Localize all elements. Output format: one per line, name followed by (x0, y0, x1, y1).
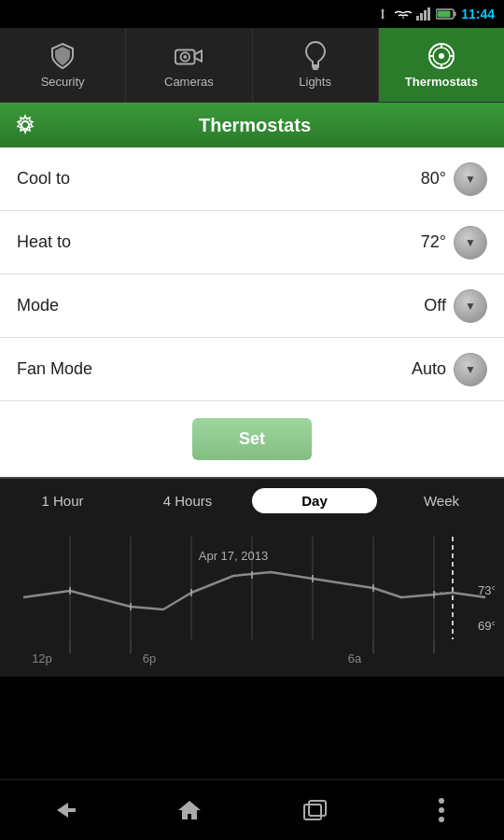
cool-to-row: Cool to 80° (0, 147, 504, 211)
heat-to-row: Heat to 72° (0, 211, 504, 274)
thermostat-icon (427, 42, 455, 70)
gear-icon (14, 114, 36, 136)
svg-point-20 (21, 121, 29, 129)
wifi-icon (395, 7, 412, 21)
temperature-chart: Apr 17, 2013 12p 6p 6a 73° 69° (9, 527, 495, 672)
set-button-wrapper: Set (0, 401, 504, 477)
tab-cameras-label: Cameras (164, 75, 214, 89)
chart-container: 1 Hour 4 Hours Day Week (0, 477, 504, 677)
svg-point-15 (439, 53, 444, 59)
time-period-tabs: 1 Hour 4 Hours Day Week (0, 479, 504, 523)
fan-mode-dropdown[interactable] (454, 353, 487, 386)
svg-rect-49 (309, 801, 326, 816)
svg-text:Apr 17, 2013: Apr 17, 2013 (199, 549, 268, 563)
tab-thermostats[interactable]: Thermostats (379, 28, 504, 102)
cool-to-value: 80° (421, 169, 446, 189)
status-bar: 11:44 (0, 0, 504, 28)
status-icons: 11:44 (375, 7, 495, 21)
svg-rect-2 (420, 13, 423, 21)
signal-icon (416, 7, 431, 21)
mode-label: Mode (17, 296, 59, 315)
battery-icon (436, 8, 456, 20)
mode-row: Mode Off (0, 274, 504, 338)
sync-icon (375, 7, 390, 21)
time-tab-day[interactable]: Day (252, 488, 377, 513)
time-tab-week[interactable]: Week (379, 488, 504, 513)
cool-to-dropdown[interactable] (454, 162, 487, 196)
time-tab-4hours[interactable]: 4 Hours (125, 488, 250, 513)
mode-value: Off (424, 296, 446, 315)
set-button[interactable]: Set (192, 418, 312, 460)
home-button[interactable] (166, 787, 213, 833)
svg-text:73°: 73° (478, 583, 495, 597)
svg-rect-6 (455, 12, 456, 17)
svg-rect-0 (382, 11, 384, 17)
svg-point-50 (439, 798, 444, 804)
svg-rect-48 (304, 805, 321, 819)
fan-mode-row: Fan Mode Auto (0, 338, 504, 401)
svg-text:6a: 6a (348, 651, 362, 665)
svg-point-51 (439, 807, 444, 813)
svg-rect-11 (312, 65, 319, 68)
fan-mode-value-wrapper: Auto (412, 353, 487, 386)
svg-rect-7 (438, 11, 451, 18)
tab-security-label: Security (41, 75, 85, 89)
section-header: Thermostats (0, 103, 504, 147)
svg-text:12p: 12p (32, 651, 52, 665)
cool-to-label: Cool to (17, 169, 70, 189)
svg-rect-3 (424, 10, 427, 21)
heat-to-value: 72° (421, 232, 446, 252)
tab-security[interactable]: Security (0, 28, 126, 102)
tab-bar: Security Cameras Lights (0, 28, 504, 103)
mode-dropdown[interactable] (454, 289, 487, 323)
svg-text:69°: 69° (478, 619, 495, 633)
lights-icon (301, 42, 329, 70)
more-options-button[interactable] (418, 787, 465, 833)
cool-to-value-wrapper: 80° (421, 162, 487, 196)
tab-cameras[interactable]: Cameras (126, 28, 252, 102)
fan-mode-value: Auto (412, 359, 446, 379)
bottom-nav (0, 779, 504, 840)
status-time: 11:44 (461, 7, 495, 21)
section-title: Thermostats (48, 115, 462, 136)
back-button[interactable] (40, 787, 87, 833)
security-icon (49, 42, 77, 70)
svg-rect-1 (416, 16, 419, 21)
svg-rect-12 (313, 68, 318, 70)
tab-lights[interactable]: Lights (253, 28, 379, 102)
svg-point-10 (184, 55, 188, 59)
svg-point-52 (439, 817, 444, 822)
time-tab-1hour[interactable]: 1 Hour (0, 488, 125, 513)
mode-value-wrapper: Off (424, 289, 487, 323)
fan-mode-label: Fan Mode (17, 359, 92, 379)
recent-apps-button[interactable] (292, 787, 339, 833)
main-content: Cool to 80° Heat to 72° Mode Off Fan Mod… (0, 147, 504, 477)
svg-text:6p: 6p (143, 651, 156, 665)
heat-to-value-wrapper: 72° (421, 226, 487, 259)
tab-lights-label: Lights (299, 75, 331, 89)
chart-area: Apr 17, 2013 12p 6p 6a 73° 69° (0, 523, 504, 677)
heat-to-dropdown[interactable] (454, 226, 487, 259)
heat-to-label: Heat to (17, 232, 71, 252)
camera-icon (175, 42, 203, 70)
svg-rect-4 (427, 7, 430, 21)
tab-thermostats-label: Thermostats (405, 75, 478, 89)
